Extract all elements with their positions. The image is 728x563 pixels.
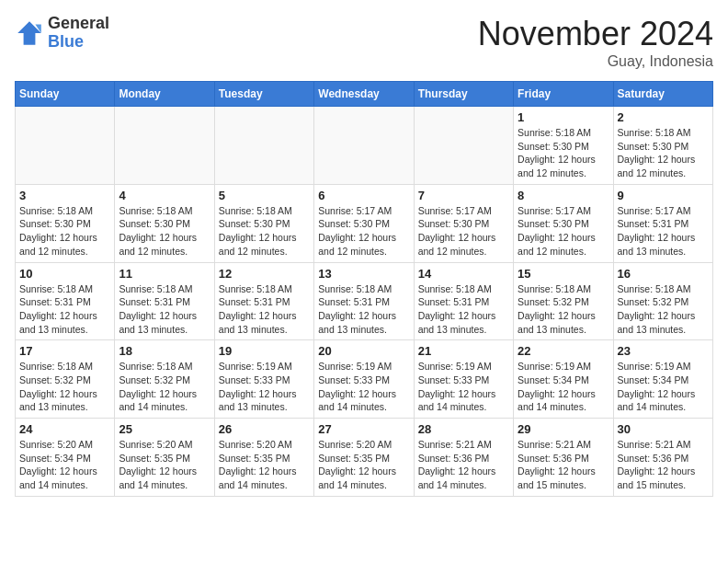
day-info: Sunrise: 5:21 AMSunset: 5:36 PMDaylight:…	[418, 438, 509, 492]
day-number: 4	[119, 189, 210, 202]
weekday-header-saturday: Saturday	[613, 82, 712, 107]
calendar-week-3: 10Sunrise: 5:18 AMSunset: 5:31 PMDayligh…	[16, 262, 713, 340]
day-number: 11	[119, 267, 210, 281]
day-number: 24	[19, 422, 110, 436]
calendar-cell: 25Sunrise: 5:20 AMSunset: 5:35 PMDayligh…	[115, 419, 214, 497]
calendar-cell	[314, 107, 414, 185]
calendar-cell: 29Sunrise: 5:21 AMSunset: 5:36 PMDayligh…	[514, 419, 613, 497]
day-info: Sunrise: 5:18 AMSunset: 5:30 PMDaylight:…	[219, 204, 310, 259]
day-number: 17	[19, 344, 110, 358]
weekday-header-monday: Monday	[115, 82, 214, 107]
day-info: Sunrise: 5:20 AMSunset: 5:35 PMDaylight:…	[219, 438, 310, 492]
day-number: 6	[318, 189, 409, 202]
calendar-cell: 30Sunrise: 5:21 AMSunset: 5:36 PMDayligh…	[613, 419, 712, 497]
calendar-cell	[115, 107, 214, 185]
day-info: Sunrise: 5:18 AMSunset: 5:31 PMDaylight:…	[318, 282, 409, 337]
day-info: Sunrise: 5:17 AMSunset: 5:30 PMDaylight:…	[318, 204, 409, 259]
day-number: 29	[518, 422, 609, 436]
calendar-cell: 27Sunrise: 5:20 AMSunset: 5:35 PMDayligh…	[314, 419, 414, 497]
day-number: 16	[618, 267, 709, 281]
day-info: Sunrise: 5:17 AMSunset: 5:30 PMDaylight:…	[518, 204, 609, 259]
calendar: SundayMondayTuesdayWednesdayThursdayFrid…	[15, 81, 713, 497]
logo: General Blue	[15, 15, 109, 52]
month-title: November 2024	[478, 15, 713, 53]
day-number: 18	[119, 344, 210, 358]
calendar-cell: 2Sunrise: 5:18 AMSunset: 5:30 PMDaylight…	[613, 107, 712, 185]
day-info: Sunrise: 5:21 AMSunset: 5:36 PMDaylight:…	[518, 438, 609, 492]
logo-text: General Blue	[48, 15, 109, 52]
day-info: Sunrise: 5:19 AMSunset: 5:33 PMDaylight:…	[318, 360, 409, 414]
day-info: Sunrise: 5:18 AMSunset: 5:32 PMDaylight:…	[119, 360, 210, 414]
calendar-cell: 17Sunrise: 5:18 AMSunset: 5:32 PMDayligh…	[16, 340, 115, 419]
day-info: Sunrise: 5:18 AMSunset: 5:31 PMDaylight:…	[219, 282, 310, 337]
day-number: 25	[119, 422, 210, 436]
day-number: 13	[318, 267, 409, 281]
calendar-cell: 1Sunrise: 5:18 AMSunset: 5:30 PMDaylight…	[514, 107, 613, 185]
calendar-cell: 12Sunrise: 5:18 AMSunset: 5:31 PMDayligh…	[214, 262, 313, 340]
calendar-cell: 19Sunrise: 5:19 AMSunset: 5:33 PMDayligh…	[214, 340, 313, 419]
calendar-cell: 9Sunrise: 5:17 AMSunset: 5:31 PMDaylight…	[613, 184, 712, 262]
day-info: Sunrise: 5:18 AMSunset: 5:30 PMDaylight:…	[119, 204, 210, 259]
day-number: 3	[19, 189, 110, 202]
calendar-cell: 22Sunrise: 5:19 AMSunset: 5:34 PMDayligh…	[514, 340, 613, 419]
day-number: 15	[518, 267, 609, 281]
day-number: 7	[418, 189, 509, 202]
calendar-cell: 21Sunrise: 5:19 AMSunset: 5:33 PMDayligh…	[414, 340, 513, 419]
calendar-cell: 23Sunrise: 5:19 AMSunset: 5:34 PMDayligh…	[613, 340, 712, 419]
day-number: 19	[219, 344, 310, 358]
day-info: Sunrise: 5:18 AMSunset: 5:31 PMDaylight:…	[119, 282, 210, 337]
day-info: Sunrise: 5:18 AMSunset: 5:32 PMDaylight:…	[518, 282, 609, 337]
calendar-cell: 4Sunrise: 5:18 AMSunset: 5:30 PMDaylight…	[115, 184, 214, 262]
day-number: 12	[219, 267, 310, 281]
day-number: 23	[618, 344, 709, 358]
day-number: 30	[618, 422, 709, 436]
day-info: Sunrise: 5:19 AMSunset: 5:34 PMDaylight:…	[518, 360, 609, 414]
day-info: Sunrise: 5:19 AMSunset: 5:33 PMDaylight:…	[418, 360, 509, 414]
calendar-cell	[214, 107, 313, 185]
calendar-cell: 18Sunrise: 5:18 AMSunset: 5:32 PMDayligh…	[115, 340, 214, 419]
calendar-cell: 20Sunrise: 5:19 AMSunset: 5:33 PMDayligh…	[314, 340, 414, 419]
day-number: 10	[19, 267, 110, 281]
day-info: Sunrise: 5:19 AMSunset: 5:34 PMDaylight:…	[618, 360, 709, 414]
day-info: Sunrise: 5:18 AMSunset: 5:31 PMDaylight:…	[19, 282, 110, 337]
calendar-cell: 6Sunrise: 5:17 AMSunset: 5:30 PMDaylight…	[314, 184, 414, 262]
title-block: November 2024 Guay, Indonesia	[478, 15, 713, 70]
calendar-cell: 16Sunrise: 5:18 AMSunset: 5:32 PMDayligh…	[613, 262, 712, 340]
weekday-header-friday: Friday	[514, 82, 613, 107]
weekday-header-wednesday: Wednesday	[314, 82, 414, 107]
day-info: Sunrise: 5:18 AMSunset: 5:32 PMDaylight:…	[618, 282, 709, 337]
calendar-week-5: 24Sunrise: 5:20 AMSunset: 5:34 PMDayligh…	[16, 419, 713, 497]
day-info: Sunrise: 5:18 AMSunset: 5:31 PMDaylight:…	[418, 282, 509, 337]
calendar-cell: 3Sunrise: 5:18 AMSunset: 5:30 PMDaylight…	[16, 184, 115, 262]
calendar-cell: 14Sunrise: 5:18 AMSunset: 5:31 PMDayligh…	[414, 262, 513, 340]
day-info: Sunrise: 5:20 AMSunset: 5:35 PMDaylight:…	[119, 438, 210, 492]
day-number: 20	[318, 344, 409, 358]
day-number: 1	[518, 110, 609, 124]
calendar-cell: 15Sunrise: 5:18 AMSunset: 5:32 PMDayligh…	[514, 262, 613, 340]
day-info: Sunrise: 5:18 AMSunset: 5:30 PMDaylight:…	[618, 126, 709, 180]
day-info: Sunrise: 5:18 AMSunset: 5:30 PMDaylight:…	[518, 126, 609, 180]
calendar-cell: 11Sunrise: 5:18 AMSunset: 5:31 PMDayligh…	[115, 262, 214, 340]
day-number: 26	[219, 422, 310, 436]
calendar-cell: 5Sunrise: 5:18 AMSunset: 5:30 PMDaylight…	[214, 184, 313, 262]
day-info: Sunrise: 5:18 AMSunset: 5:32 PMDaylight:…	[19, 360, 110, 414]
day-number: 22	[518, 344, 609, 358]
day-info: Sunrise: 5:18 AMSunset: 5:30 PMDaylight:…	[19, 204, 110, 259]
day-info: Sunrise: 5:21 AMSunset: 5:36 PMDaylight:…	[618, 438, 709, 492]
day-number: 14	[418, 267, 509, 281]
day-number: 27	[318, 422, 409, 436]
day-info: Sunrise: 5:17 AMSunset: 5:31 PMDaylight:…	[618, 204, 709, 259]
day-info: Sunrise: 5:19 AMSunset: 5:33 PMDaylight:…	[219, 360, 310, 414]
calendar-cell	[16, 107, 115, 185]
day-number: 28	[418, 422, 509, 436]
logo-icon	[15, 18, 44, 48]
calendar-week-1: 1Sunrise: 5:18 AMSunset: 5:30 PMDaylight…	[16, 107, 713, 185]
weekday-header-tuesday: Tuesday	[214, 82, 313, 107]
calendar-cell: 7Sunrise: 5:17 AMSunset: 5:30 PMDaylight…	[414, 184, 513, 262]
calendar-cell: 26Sunrise: 5:20 AMSunset: 5:35 PMDayligh…	[214, 419, 313, 497]
calendar-cell	[414, 107, 513, 185]
location: Guay, Indonesia	[478, 53, 713, 70]
weekday-header-sunday: Sunday	[16, 82, 115, 107]
day-number: 9	[618, 189, 709, 202]
day-number: 5	[219, 189, 310, 202]
